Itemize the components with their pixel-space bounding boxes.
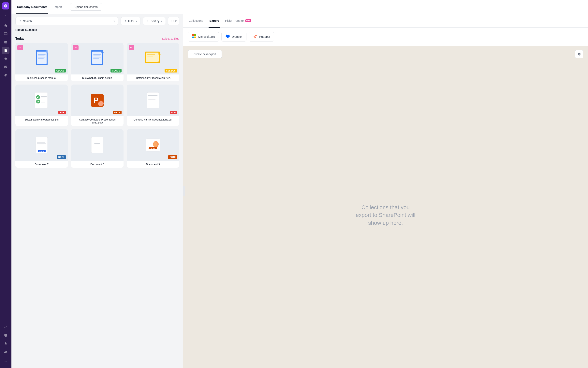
sidebar-logo[interactable]: P [2, 2, 9, 9]
sidebar: P › [0, 0, 11, 368]
doc-card-1[interactable]: GDOCS Business process manual [15, 43, 68, 81]
pickit-transfer-label: Pickit Transfer [225, 19, 244, 22]
doc-card-8[interactable]: Document 8 [71, 129, 123, 168]
svg-rect-52 [194, 37, 196, 38]
hubspot-button[interactable]: HubSpot [249, 32, 274, 42]
tab-pickit-transfer[interactable]: Pickit Transfer New [224, 14, 252, 28]
card-thumb-2: GDOCS [71, 43, 123, 74]
svg-rect-38 [37, 145, 44, 145]
doc-card-7[interactable]: DOTX DOTX Document 7 [15, 129, 68, 168]
card-title-4: Sustainability Infographics.pdf [15, 116, 68, 123]
card-title-1: Business process manual [15, 74, 68, 81]
type-badge-pdf-1: PDF [58, 110, 66, 114]
section-header: Today Select 11 files [15, 34, 179, 43]
svg-rect-49 [192, 34, 194, 36]
sidebar-item-shield[interactable] [2, 332, 9, 339]
filter-icon [124, 19, 127, 23]
doc-card-4[interactable]: PDF Sustainability Infographics.pdf [15, 84, 68, 126]
doc-card-3[interactable]: GSLIDES Sustainability Presentation 2022 [127, 43, 179, 81]
filter-button[interactable]: Filter ▾ [121, 17, 141, 25]
sidebar-item-export-nav[interactable] [2, 340, 9, 348]
docs-panel: Search ▾ Filter ▾ Sort by ▾ [11, 14, 183, 368]
doc-card-6[interactable]: PDF Contoso Family Specifications.pdf [127, 84, 179, 126]
tab-collections[interactable]: Collections [188, 14, 204, 28]
content-area: Search ▾ Filter ▾ Sort by ▾ [11, 14, 588, 368]
card-title-5: Contoso Company Presentation 2022.pptx [71, 116, 123, 126]
card-thumb-5: P PPTX [71, 84, 123, 116]
search-label: Search [23, 19, 32, 23]
tab-export[interactable]: Export [209, 14, 219, 28]
sidebar-collapse-icon[interactable]: › [2, 12, 9, 19]
tab-import[interactable]: Import [53, 0, 63, 14]
top-header: Company Documents Import Upload document… [11, 0, 588, 14]
svg-rect-12 [93, 55, 100, 56]
sidebar-item-images[interactable] [2, 38, 9, 46]
sidebar-item-starred[interactable] [2, 55, 9, 62]
microsoft365-label: Microsoft 365 [198, 35, 215, 38]
svg-rect-17 [147, 54, 155, 55]
section-title: Today [15, 37, 25, 40]
card-thumb-6: PDF [127, 84, 179, 116]
sortby-button[interactable]: Sort by ▾ [143, 17, 166, 25]
export-action-row: Create new export [183, 46, 588, 62]
view-toggle-button[interactable]: ▾ [168, 17, 179, 25]
svg-text:POTX: POTX [151, 148, 155, 149]
card-thumb-9: POTX POTX [127, 129, 179, 161]
card-thumb-8 [71, 129, 123, 161]
sidebar-item-more[interactable] [2, 358, 9, 366]
microsoft365-button[interactable]: Microsoft 365 [188, 32, 219, 42]
result-count: 51 assets [25, 28, 37, 31]
svg-rect-30 [148, 95, 158, 96]
result-bar: Result 51 assets [11, 28, 183, 34]
search-button[interactable]: Search ▾ [15, 17, 118, 25]
doc-card-5[interactable]: P PPTX Contoso Company Presentation 2022… [71, 84, 123, 126]
doc-card-9[interactable]: POTX POTX Document 9 [127, 129, 179, 168]
search-icon [19, 19, 21, 23]
collapse-handle[interactable] [183, 186, 185, 196]
main-container: Company Documents Import Upload document… [11, 0, 588, 368]
svg-rect-51 [192, 37, 194, 38]
sidebar-item-monitor[interactable] [2, 30, 9, 37]
sidebar-item-users[interactable] [2, 348, 9, 356]
settings-button[interactable] [575, 50, 583, 58]
sortby-chevron: ▾ [161, 19, 162, 23]
svg-rect-37 [37, 143, 46, 144]
select-files-link[interactable]: Select 11 files [162, 37, 179, 40]
svg-rect-36 [37, 142, 45, 143]
svg-rect-7 [38, 58, 44, 59]
export-panel: Collections Export Pickit Transfer New [183, 14, 588, 368]
svg-rect-23 [41, 98, 45, 98]
card-thumb-1: GDOCS [15, 43, 68, 74]
sidebar-item-trending[interactable] [2, 323, 9, 331]
svg-rect-32 [148, 98, 157, 98]
svg-point-53 [255, 35, 257, 36]
svg-point-55 [254, 36, 255, 37]
sidebar-item-home[interactable] [2, 22, 9, 29]
svg-rect-42 [94, 143, 100, 144]
card-thumb-4: PDF [15, 84, 68, 116]
svg-point-48 [153, 142, 157, 147]
svg-rect-11 [93, 54, 101, 55]
type-badge-gslides: GSLIDES [165, 69, 177, 73]
svg-text:P: P [94, 96, 98, 104]
empty-state: Collections that you export to SharePoin… [183, 62, 588, 368]
dropbox-button[interactable]: Dropbox [221, 32, 246, 42]
type-badge-gdocs-2: GDOCS [111, 69, 122, 73]
filter-label: Filter [128, 19, 134, 23]
svg-rect-24 [41, 101, 47, 101]
upload-documents-button[interactable]: Upload documents [70, 3, 102, 11]
sidebar-item-layers[interactable] [2, 72, 9, 79]
sidebar-item-documents[interactable] [2, 47, 9, 54]
type-badge-dotx: DOTX [57, 155, 66, 159]
sortby-icon [146, 19, 149, 23]
export-tabs-row: Collections Export Pickit Transfer New [183, 14, 588, 28]
card-title-7: Document 7 [15, 161, 68, 168]
create-export-button[interactable]: Create new export [188, 50, 222, 58]
tab-company-documents[interactable]: Company Documents [16, 0, 48, 14]
card-title-2: Sustainabilit...chain details [71, 74, 123, 81]
doc-card-2[interactable]: GDOCS Sustainabilit...chain details [71, 43, 123, 81]
result-label: Result [15, 28, 24, 31]
type-badge-pptx: PPTX [113, 110, 122, 114]
search-chevron: ▾ [114, 19, 115, 23]
sidebar-item-analytics[interactable] [2, 63, 9, 71]
